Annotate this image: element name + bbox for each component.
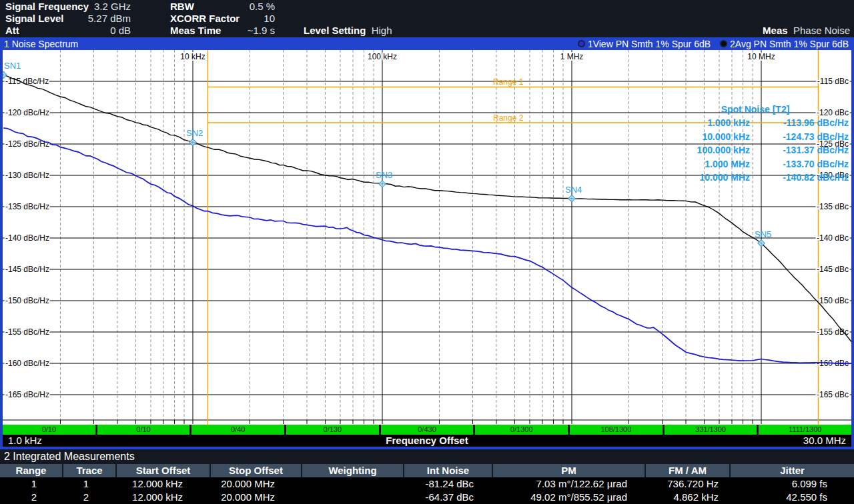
- trace-1-label: 1View PN Smth 1% Spur 6dB: [588, 39, 711, 49]
- settings-header: Signal Frequency 3.2 GHz Signal Level 5.…: [0, 0, 854, 37]
- spot-noise-title: Spot Noise [T2]: [658, 103, 853, 116]
- y-axis-label-left: -120 dBc/Hz: [5, 108, 49, 117]
- capture-segment: 108/1300: [570, 425, 663, 435]
- level-setting-label: Level Setting: [304, 25, 366, 36]
- capture-segment: 0/40: [191, 425, 284, 435]
- marker-label-SN1: SN1: [4, 61, 21, 71]
- y-axis-label-right: -150 dBc: [817, 296, 849, 305]
- integrated-measurements-table: RangeTraceStart OffsetStop OffsetWeighti…: [0, 464, 854, 504]
- capture-segment: 331/1300: [665, 425, 757, 435]
- table-cell: 7.03 m°/122.62 µrad: [492, 477, 645, 491]
- att-field[interactable]: Att: [5, 25, 19, 37]
- table-cell: 12.000 kHz: [115, 491, 209, 504]
- y-axis-label-right: -165 dBc: [817, 390, 849, 399]
- legend-trace-1[interactable]: 1View PN Smth 1% Spur 6dB: [578, 39, 711, 49]
- capture-range-bar: 0/100/100/400/1300/4300/1300108/1300331/…: [3, 425, 851, 435]
- spot-noise-value: -133.70 dBc/Hz: [750, 157, 853, 171]
- meas-value: Phase Noise: [793, 25, 850, 36]
- xcorr-factor-value[interactable]: 10: [220, 13, 275, 25]
- x-axis-decade-label: 1 MHz: [560, 52, 584, 61]
- spot-noise-frequency: 10.000 kHz: [658, 130, 750, 144]
- capture-segment: 0/130: [286, 425, 379, 435]
- table-cell: [301, 491, 403, 504]
- table-header-row: RangeTraceStart OffsetStop OffsetWeighti…: [0, 464, 854, 477]
- y-axis-label-left: -160 dBc/Hz: [5, 359, 49, 368]
- capture-segment: 0/10: [97, 425, 190, 435]
- column-header-fm-am: FM / AM: [645, 464, 729, 477]
- table-cell: 1: [0, 477, 62, 491]
- level-setting-value: High: [372, 25, 392, 36]
- level-setting-field[interactable]: Level Setting High: [304, 25, 392, 37]
- table-cell: [301, 477, 403, 491]
- marker-label-SN3: SN3: [376, 170, 392, 180]
- noise-spectrum-titlebar[interactable]: 1 Noise Spectrum 1View PN Smth 1% Spur 6…: [0, 37, 854, 50]
- column-header-weighting: Weighting: [301, 464, 403, 477]
- y-axis-label-left: -150 dBc/Hz: [5, 296, 49, 305]
- spot-noise-row: 1.000 kHz-113.96 dBc/Hz: [658, 116, 853, 130]
- table-row[interactable]: 2212.000 kHz20.000 MHz-64.37 dBc49.02 m°…: [0, 491, 854, 504]
- att-value[interactable]: 0 dB: [67, 25, 131, 37]
- table-cell: 49.02 m°/855.52 µrad: [492, 491, 645, 504]
- table-cell: 736.720 Hz: [645, 477, 729, 491]
- x-axis-decade-label: 10 MHz: [747, 52, 775, 61]
- trace-legend: 1View PN Smth 1% Spur 6dB2Avg PN Smth 1%…: [578, 39, 854, 49]
- spot-noise-value: -140.82 dBc/Hz: [750, 171, 853, 185]
- rbw-label: RBW: [170, 1, 194, 12]
- column-header-range: Range: [0, 464, 62, 477]
- table-cell: 12.000 kHz: [115, 477, 209, 491]
- y-axis-label-left: -135 dBc/Hz: [5, 202, 49, 211]
- table-cell: 2: [62, 491, 115, 504]
- spot-noise-frequency: 1.000 kHz: [658, 116, 750, 130]
- meas-label: Meas: [763, 25, 788, 36]
- table-cell: -81.24 dBc: [403, 477, 492, 491]
- meas-time-field[interactable]: Meas Time: [170, 25, 221, 37]
- signal-level-field[interactable]: Signal Level: [5, 13, 64, 25]
- marker-label-SN4: SN4: [565, 185, 582, 195]
- y-axis-label-right: -145 dBc: [817, 265, 849, 274]
- table-cell: 4.862 kHz: [645, 491, 729, 504]
- table-cell: 1: [62, 477, 115, 491]
- rbw-value[interactable]: 0.5 %: [220, 1, 275, 13]
- axis-stop-value[interactable]: 30.0 MHz: [803, 435, 846, 447]
- noise-spectrum-plot[interactable]: Range 1Range 210 kHz100 kHz1 MHz10 MHz-1…: [3, 50, 851, 425]
- meas-time-value[interactable]: ~1.9 s: [220, 25, 275, 37]
- capture-segment: 0/1300: [475, 425, 568, 435]
- spot-noise-value: -113.96 dBc/Hz: [750, 116, 853, 130]
- legend-trace-2[interactable]: 2Avg PN Smth 1% Spur 6dB: [720, 39, 849, 49]
- column-header-pm: PM: [492, 464, 645, 477]
- y-axis-label-left: -130 dBc/Hz: [5, 171, 49, 180]
- y-axis-label-left: -155 dBc/Hz: [5, 327, 49, 337]
- signal-frequency-value[interactable]: 3.2 GHz: [67, 1, 131, 13]
- capture-segment: 0/10: [3, 425, 95, 435]
- table-cell: 42.550 fs: [729, 491, 854, 504]
- spot-noise-value: -131.37 dBc/Hz: [750, 143, 853, 157]
- rbw-field[interactable]: RBW: [170, 1, 194, 13]
- signal-level-label: Signal Level: [5, 13, 64, 24]
- integrated-measurements-titlebar[interactable]: 2 Integrated Measurements: [0, 449, 854, 464]
- column-header-trace: Trace: [62, 464, 115, 477]
- att-label: Att: [5, 25, 19, 36]
- meas-mode-field: Meas Phase Noise: [763, 25, 850, 37]
- y-axis-label-right: -135 dBc: [817, 202, 849, 211]
- column-header-stop-offset: Stop Offset: [209, 464, 301, 477]
- integrated-measurements-title: 2 Integrated Measurements: [4, 451, 135, 462]
- y-axis-label-right: -140 dBc: [817, 233, 849, 243]
- table-cell: 20.000 MHz: [209, 477, 301, 491]
- table-row[interactable]: 1112.000 kHz20.000 MHz-81.24 dBc7.03 m°/…: [0, 477, 854, 491]
- column-header-int-noise: Int Noise: [403, 464, 492, 477]
- range-1-label: Range 1: [493, 77, 524, 87]
- window-title: 1 Noise Spectrum: [0, 39, 78, 49]
- y-axis-label-left: -165 dBc/Hz: [5, 390, 49, 399]
- table-cell: -64.37 dBc: [403, 491, 492, 504]
- spot-noise-value: -124.73 dBc/Hz: [750, 130, 853, 144]
- trace-2-label: 2Avg PN Smth 1% Spur 6dB: [730, 39, 849, 49]
- table-cell: 20.000 MHz: [209, 491, 301, 504]
- marker-label-SN2: SN2: [186, 128, 203, 138]
- table-cell: 2: [0, 491, 62, 504]
- signal-level-value[interactable]: 5.27 dBm: [67, 13, 131, 25]
- instrument-screen: Signal Frequency 3.2 GHz Signal Level 5.…: [0, 0, 854, 504]
- x-axis-decade-label: 10 kHz: [180, 52, 205, 61]
- y-axis-label-left: -145 dBc/Hz: [5, 265, 49, 274]
- y-axis-label-left: -140 dBc/Hz: [5, 233, 49, 243]
- spot-noise-row: 100.000 kHz-131.37 dBc/Hz: [658, 143, 853, 157]
